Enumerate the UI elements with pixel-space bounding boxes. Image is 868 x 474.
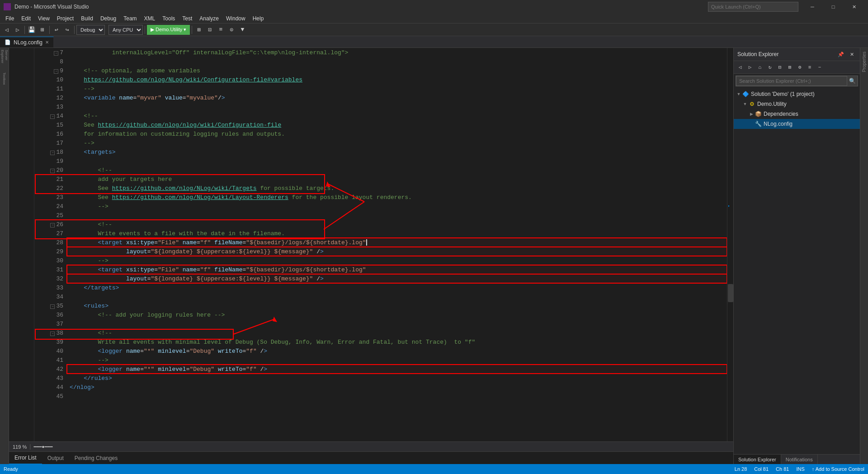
collapse-button[interactable]: − [54, 51, 58, 56]
menu-window[interactable]: Window [222, 14, 249, 23]
code-cell[interactable]: <!-- add your logging rules here --> [67, 310, 727, 319]
menu-edit[interactable]: Edit [18, 14, 34, 23]
code-cell[interactable]: </nlog> [67, 383, 727, 392]
toolbar-btn-5[interactable]: ▼ [237, 25, 247, 35]
se-back-btn[interactable]: ◁ [736, 63, 745, 72]
code-cell[interactable]: for information on customizing logging r… [67, 129, 727, 138]
status-line[interactable]: Ln 28 [735, 466, 747, 472]
code-cell[interactable]: https://github.com/nlog/NLog/wiki/Config… [67, 75, 727, 84]
menu-team[interactable]: Team [120, 14, 140, 23]
toolbar-btn-3[interactable]: ≡ [216, 25, 226, 35]
status-add-source[interactable]: ↑ Add to Source Control [812, 466, 864, 472]
code-cell[interactable] [67, 319, 727, 328]
code-cell[interactable]: See https://github.com/nlog/NLog/wiki/Ta… [67, 184, 727, 193]
properties-label[interactable]: Properties [862, 48, 867, 76]
collapse-button[interactable]: − [50, 114, 55, 119]
code-editor[interactable]: −7 internalLogLevel="Off" internalLogFil… [34, 48, 727, 441]
code-cell[interactable] [67, 292, 727, 301]
tree-nlog-config[interactable]: 🔧 NLog.config [734, 119, 860, 129]
se-collapse-btn[interactable]: ⊟ [775, 63, 784, 72]
close-button[interactable]: ✕ [844, 0, 864, 14]
collapse-button[interactable]: − [50, 332, 55, 336]
status-ch[interactable]: Ch 81 [776, 466, 789, 472]
minimize-button[interactable]: ─ [802, 0, 823, 14]
collapse-button[interactable]: − [50, 223, 55, 228]
se-filter-btn[interactable]: ≡ [805, 63, 814, 72]
se-forward-btn[interactable]: ▷ [745, 63, 755, 72]
tab-output[interactable]: Output [42, 452, 69, 464]
debug-config-dropdown[interactable]: Debug [76, 25, 105, 35]
code-cell[interactable]: <!-- [67, 328, 727, 337]
code-cell[interactable]: add your targets here [67, 175, 727, 184]
code-cell[interactable]: layout="${longdate} ${uppercase:${level}… [67, 274, 727, 283]
se-search-input[interactable] [736, 76, 847, 86]
se-close-button[interactable]: ✕ [847, 50, 856, 59]
code-cell[interactable] [67, 57, 727, 66]
maximize-button[interactable]: □ [823, 0, 844, 14]
menu-analyze[interactable]: Analyze [196, 14, 222, 23]
zoom-slider[interactable]: ━━━●━━━ [33, 444, 52, 450]
code-cell[interactable]: <targets> [67, 147, 727, 156]
menu-file[interactable]: File [2, 14, 18, 23]
tree-dependencies[interactable]: ▶ 📦 Dependencies [734, 109, 860, 119]
code-cell[interactable]: layout="${longdate} ${uppercase:${level}… [67, 247, 727, 256]
collapse-button[interactable]: − [54, 69, 58, 74]
platform-dropdown[interactable]: Any CPU [108, 25, 143, 35]
menu-xml[interactable]: XML [141, 14, 159, 23]
se-tab-notifications[interactable]: Notifications [781, 455, 818, 464]
se-pin-button[interactable]: 📌 [836, 50, 845, 59]
code-cell[interactable]: <!-- optional, add some variables [67, 66, 727, 75]
code-cell[interactable]: <logger name="*" minlevel="Debug" writeT… [67, 346, 727, 356]
code-cell[interactable]: --> [67, 256, 727, 265]
collapse-button[interactable]: − [50, 304, 55, 309]
toolbar-btn-1[interactable]: ⊞ [194, 25, 204, 35]
code-cell[interactable] [67, 211, 727, 220]
menu-help[interactable]: Help [249, 14, 268, 23]
server-explorer-icon[interactable]: Server Explorer [1, 50, 8, 68]
toolbar-save-all[interactable]: ⊞ [38, 25, 47, 35]
code-cell[interactable]: Write all events with minimal level of D… [67, 337, 727, 346]
toolbar-redo[interactable]: ↪ [62, 25, 72, 35]
code-cell[interactable]: --> [67, 84, 727, 93]
se-minus-btn[interactable]: − [815, 63, 824, 72]
editor-scrollbar[interactable] [727, 48, 733, 441]
tab-pending-changes[interactable]: Pending Changes [69, 452, 123, 464]
code-cell[interactable]: Write events to a file with the date in … [67, 229, 727, 238]
se-search-icon[interactable]: 🔍 [847, 78, 858, 85]
code-cell[interactable]: <target xsi:type="File" name="f" fileNam… [67, 265, 727, 274]
se-refresh-btn[interactable]: ↻ [765, 63, 774, 72]
zoom-controls[interactable]: ━━━●━━━ [33, 444, 52, 450]
toolbar-forward[interactable]: ▷ [13, 25, 23, 35]
tab-nlog-config[interactable]: 📄 NLog.config ✕ [0, 37, 54, 47]
toolbox-icon[interactable]: Toolbox [1, 70, 8, 88]
code-cell[interactable] [67, 392, 727, 401]
code-cell[interactable]: --> [67, 356, 727, 365]
tree-project[interactable]: ▼ ⚙ Demo.Utility [734, 99, 860, 109]
code-cell[interactable]: See https://github.com/nlog/NLog/wiki/La… [67, 193, 727, 202]
code-cell[interactable]: --> [67, 138, 727, 147]
toolbar-undo[interactable]: ↩ [52, 25, 61, 35]
code-cell[interactable]: <logger name="*" minlevel="Debug" writeT… [67, 365, 727, 374]
tab-error-list[interactable]: Error List [9, 452, 42, 464]
code-cell[interactable]: </rules> [67, 374, 727, 383]
tab-close-button[interactable]: ✕ [45, 40, 49, 45]
menu-project[interactable]: Project [53, 14, 77, 23]
status-col[interactable]: Col 81 [754, 466, 769, 472]
code-cell[interactable]: <target xsi:type="File" name="f" fileNam… [67, 238, 727, 247]
status-ins[interactable]: INS [796, 466, 804, 472]
quick-launch-input[interactable] [708, 2, 798, 12]
menu-debug[interactable]: Debug [97, 14, 120, 23]
collapse-button[interactable]: − [50, 169, 55, 173]
toolbar-btn-2[interactable]: ⊡ [205, 25, 215, 35]
code-cell[interactable] [67, 102, 727, 111]
menu-build[interactable]: Build [77, 14, 97, 23]
menu-tools[interactable]: Tools [159, 14, 179, 23]
menu-test[interactable]: Test [179, 14, 196, 23]
code-cell[interactable]: --> [67, 202, 727, 211]
run-button[interactable]: ▶ Demo.Utility ▾ [147, 25, 190, 35]
toolbar-back[interactable]: ◁ [2, 25, 12, 35]
tree-solution[interactable]: ▼ 🔷 Solution 'Demo' (1 project) [734, 89, 860, 99]
code-cell[interactable]: <!-- [67, 166, 727, 175]
status-ready[interactable]: Ready [4, 466, 18, 472]
se-settings-btn[interactable]: ⚙ [795, 63, 804, 72]
